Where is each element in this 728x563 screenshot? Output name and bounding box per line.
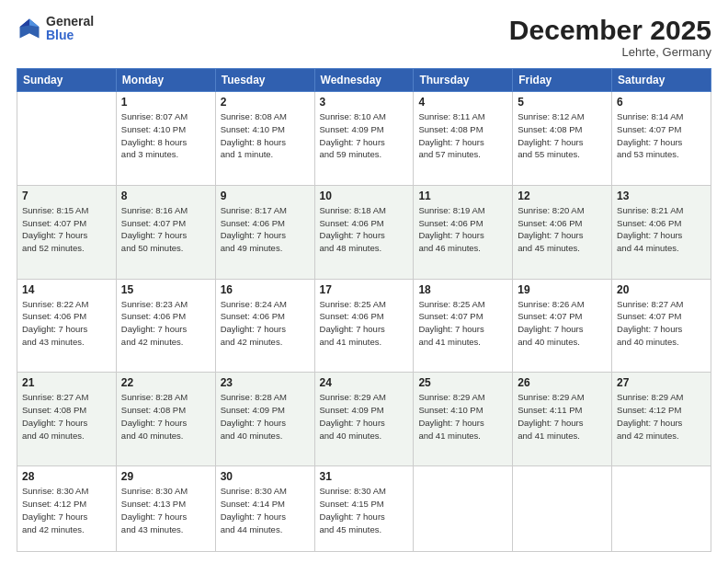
day-number: 23 [221,376,310,389]
calendar-cell: 29Sunrise: 8:30 AM Sunset: 4:13 PM Dayli… [116,466,215,552]
day-info: Sunrise: 8:18 AM Sunset: 4:06 PM Dayligh… [320,204,409,255]
calendar-cell: 23Sunrise: 8:28 AM Sunset: 4:09 PM Dayli… [215,373,314,466]
calendar-cell: 24Sunrise: 8:29 AM Sunset: 4:09 PM Dayli… [314,373,414,466]
day-info: Sunrise: 8:27 AM Sunset: 4:07 PM Dayligh… [617,298,706,349]
calendar-cell: 5Sunrise: 8:12 AM Sunset: 4:08 PM Daylig… [513,92,612,186]
calendar-cell: 9Sunrise: 8:17 AM Sunset: 4:06 PM Daylig… [215,185,314,279]
calendar-cell [414,466,513,552]
day-info: Sunrise: 8:29 AM Sunset: 4:10 PM Dayligh… [418,391,507,442]
day-number: 13 [617,190,706,202]
day-number: 24 [320,376,409,389]
page: General Blue December 2025 Lehrte, Germa… [0,0,728,563]
day-info: Sunrise: 8:24 AM Sunset: 4:06 PM Dayligh… [221,298,310,349]
calendar-cell: 30Sunrise: 8:30 AM Sunset: 4:14 PM Dayli… [215,466,314,552]
calendar-cell: 16Sunrise: 8:24 AM Sunset: 4:06 PM Dayli… [215,279,314,373]
calendar-week-row: 28Sunrise: 8:30 AM Sunset: 4:12 PM Dayli… [17,466,711,552]
day-info: Sunrise: 8:29 AM Sunset: 4:12 PM Dayligh… [617,391,706,442]
calendar-cell: 7Sunrise: 8:15 AM Sunset: 4:07 PM Daylig… [17,185,117,279]
title-block: December 2025 Lehrte, Germany [509,15,711,59]
day-info: Sunrise: 8:30 AM Sunset: 4:12 PM Dayligh… [22,485,111,535]
calendar-week-row: 1Sunrise: 8:07 AM Sunset: 4:10 PM Daylig… [17,92,711,186]
calendar-cell: 20Sunrise: 8:27 AM Sunset: 4:07 PM Dayli… [612,279,711,373]
day-number: 18 [418,283,507,296]
day-number: 12 [518,190,607,202]
calendar-cell: 10Sunrise: 8:18 AM Sunset: 4:06 PM Dayli… [314,185,414,279]
day-number: 4 [418,96,507,109]
logo: General Blue [17,15,94,43]
calendar-cell: 14Sunrise: 8:22 AM Sunset: 4:06 PM Dayli… [17,279,117,373]
day-number: 21 [22,376,111,389]
calendar-day-header: Wednesday [314,69,414,92]
day-number: 15 [121,283,210,296]
logo-icon [17,16,42,41]
day-info: Sunrise: 8:29 AM Sunset: 4:09 PM Dayligh… [320,391,409,442]
day-number: 19 [518,283,607,296]
day-info: Sunrise: 8:28 AM Sunset: 4:08 PM Dayligh… [121,391,210,442]
day-info: Sunrise: 8:08 AM Sunset: 4:10 PM Dayligh… [221,110,310,161]
day-info: Sunrise: 8:14 AM Sunset: 4:07 PM Dayligh… [617,110,706,161]
day-info: Sunrise: 8:15 AM Sunset: 4:07 PM Dayligh… [22,204,111,255]
calendar-cell [513,466,612,552]
calendar-cell: 3Sunrise: 8:10 AM Sunset: 4:09 PM Daylig… [314,92,414,186]
calendar-cell: 11Sunrise: 8:19 AM Sunset: 4:06 PM Dayli… [414,185,513,279]
logo-text: General Blue [46,15,94,43]
day-number: 14 [22,283,111,296]
day-number: 22 [121,376,210,389]
day-number: 10 [320,190,409,202]
calendar-day-header: Sunday [17,69,117,92]
day-info: Sunrise: 8:30 AM Sunset: 4:15 PM Dayligh… [320,485,409,535]
day-number: 9 [221,190,310,202]
day-info: Sunrise: 8:27 AM Sunset: 4:08 PM Dayligh… [22,391,111,442]
day-number: 27 [617,376,706,389]
calendar-cell [612,466,711,552]
day-info: Sunrise: 8:16 AM Sunset: 4:07 PM Dayligh… [121,204,210,255]
day-info: Sunrise: 8:12 AM Sunset: 4:08 PM Dayligh… [518,110,607,161]
day-number: 5 [518,96,607,109]
calendar-day-header: Friday [513,69,612,92]
day-number: 11 [418,190,507,202]
calendar-cell: 26Sunrise: 8:29 AM Sunset: 4:11 PM Dayli… [513,373,612,466]
header: General Blue December 2025 Lehrte, Germa… [17,15,711,59]
day-info: Sunrise: 8:17 AM Sunset: 4:06 PM Dayligh… [221,204,310,255]
day-number: 29 [121,470,210,483]
calendar-day-header: Thursday [414,69,513,92]
day-info: Sunrise: 8:25 AM Sunset: 4:07 PM Dayligh… [418,298,507,349]
calendar-cell: 12Sunrise: 8:20 AM Sunset: 4:06 PM Dayli… [513,185,612,279]
day-number: 8 [121,190,210,202]
day-number: 25 [418,376,507,389]
day-number: 28 [22,470,111,483]
calendar-cell: 8Sunrise: 8:16 AM Sunset: 4:07 PM Daylig… [116,185,215,279]
calendar-cell: 25Sunrise: 8:29 AM Sunset: 4:10 PM Dayli… [414,373,513,466]
calendar-cell: 28Sunrise: 8:30 AM Sunset: 4:12 PM Dayli… [17,466,117,552]
calendar-week-row: 14Sunrise: 8:22 AM Sunset: 4:06 PM Dayli… [17,279,711,373]
day-number: 20 [617,283,706,296]
day-info: Sunrise: 8:20 AM Sunset: 4:06 PM Dayligh… [518,204,607,255]
day-number: 7 [22,190,111,202]
calendar-day-header: Tuesday [215,69,314,92]
calendar-day-header: Saturday [612,69,711,92]
calendar-cell [17,92,117,186]
calendar-cell: 31Sunrise: 8:30 AM Sunset: 4:15 PM Dayli… [314,466,414,552]
logo-general-text: General [46,15,94,29]
calendar-cell: 4Sunrise: 8:11 AM Sunset: 4:08 PM Daylig… [414,92,513,186]
day-info: Sunrise: 8:30 AM Sunset: 4:14 PM Dayligh… [221,485,310,535]
month-title: December 2025 [509,15,711,45]
day-info: Sunrise: 8:21 AM Sunset: 4:06 PM Dayligh… [617,204,706,255]
calendar-cell: 18Sunrise: 8:25 AM Sunset: 4:07 PM Dayli… [414,279,513,373]
day-number: 16 [221,283,310,296]
calendar-cell: 21Sunrise: 8:27 AM Sunset: 4:08 PM Dayli… [17,373,117,466]
day-info: Sunrise: 8:25 AM Sunset: 4:06 PM Dayligh… [320,298,409,349]
day-info: Sunrise: 8:29 AM Sunset: 4:11 PM Dayligh… [518,391,607,442]
day-info: Sunrise: 8:07 AM Sunset: 4:10 PM Dayligh… [121,110,210,161]
day-number: 26 [518,376,607,389]
day-info: Sunrise: 8:23 AM Sunset: 4:06 PM Dayligh… [121,298,210,349]
day-number: 17 [320,283,409,296]
day-number: 31 [320,470,409,483]
calendar-cell: 1Sunrise: 8:07 AM Sunset: 4:10 PM Daylig… [116,92,215,186]
day-info: Sunrise: 8:22 AM Sunset: 4:06 PM Dayligh… [22,298,111,349]
calendar-week-row: 7Sunrise: 8:15 AM Sunset: 4:07 PM Daylig… [17,185,711,279]
calendar-cell: 15Sunrise: 8:23 AM Sunset: 4:06 PM Dayli… [116,279,215,373]
calendar-cell: 2Sunrise: 8:08 AM Sunset: 4:10 PM Daylig… [215,92,314,186]
calendar-table: SundayMondayTuesdayWednesdayThursdayFrid… [17,68,711,552]
day-info: Sunrise: 8:26 AM Sunset: 4:07 PM Dayligh… [518,298,607,349]
